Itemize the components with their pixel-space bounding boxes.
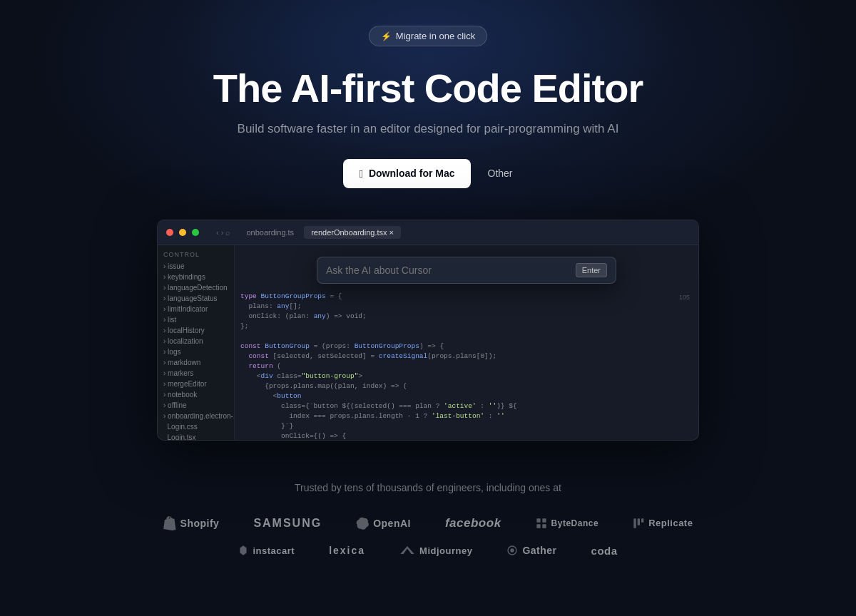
openai-logo: OpenAI [356, 517, 411, 530]
svg-rect-3 [542, 524, 546, 528]
bytedance-logo: ByteDance [536, 518, 599, 529]
facebook-label: facebook [445, 516, 501, 530]
tree-item[interactable]: › mergeEditor [158, 379, 234, 389]
svg-rect-2 [536, 524, 540, 528]
file-tree: CONTROL › issue › keybindings › language… [158, 245, 235, 440]
nav-arrows: ‹ › ⌕ [216, 228, 230, 237]
code-content: type ButtonGroupProps = { plans: any[]; … [235, 292, 698, 440]
code-line: onClick: (plan: any) => void; [240, 312, 693, 322]
code-line: }`} [240, 421, 693, 431]
tree-item[interactable]: › languageStatus [158, 293, 234, 304]
instacart-logo: instacart [238, 545, 295, 556]
shopify-logo: Shopify [163, 516, 220, 530]
code-line: onClick={() => { [240, 431, 693, 440]
editor-tabs: ‹ › ⌕ onboarding.ts renderOnboarding.tsx… [216, 226, 401, 239]
openai-label: OpenAI [373, 518, 411, 529]
trusted-section: Trusted by tens of thousands of engineer… [0, 482, 856, 571]
tab-onboarding-ts[interactable]: onboarding.ts [239, 226, 301, 239]
gather-logo: Gather [506, 545, 556, 556]
tree-item[interactable]: › onboarding.electron-... [158, 411, 234, 421]
shopify-label: Shopify [180, 518, 220, 529]
code-line: <div class="button-group"> [240, 371, 693, 381]
midjourney-logo: Midjourney [399, 545, 472, 556]
close-dot[interactable] [166, 229, 173, 236]
code-line: return ( [240, 361, 693, 371]
samsung-logo: SAMSUNG [253, 517, 322, 530]
migrate-badge[interactable]: ⚡ Migrate in one click [369, 26, 487, 46]
code-line: }; [240, 322, 693, 332]
svg-rect-6 [641, 518, 643, 522]
enter-label: Enter [582, 266, 601, 274]
tree-item[interactable]: Login.css [158, 421, 234, 432]
tree-item[interactable]: › markdown [158, 357, 234, 368]
code-line: const ButtonGroup = (props: ButtonGroupP… [240, 342, 693, 351]
coda-label: coda [591, 545, 618, 557]
tree-item[interactable]: › offline [158, 400, 234, 411]
tree-header: CONTROL [158, 250, 234, 261]
lightning-icon: ⚡ [381, 31, 392, 41]
minimize-dot[interactable] [179, 229, 186, 236]
code-line: type ButtonGroupProps = { [240, 292, 693, 302]
midjourney-label: Midjourney [419, 545, 472, 556]
svg-rect-1 [542, 518, 546, 522]
logos-row-2: instacart lexica Midjourney Gather [238, 545, 617, 557]
replicate-label: Replicate [648, 518, 693, 528]
gather-label: Gather [522, 545, 556, 556]
tab-render-onboarding[interactable]: renderOnboarding.tsx × [304, 226, 401, 239]
svg-point-7 [511, 548, 514, 552]
tree-item[interactable]: Login.tsx [158, 432, 234, 440]
code-line: plans: any[]; [240, 302, 693, 312]
trusted-text: Trusted by tens of thousands of engineer… [295, 482, 561, 493]
editor-body: CONTROL › issue › keybindings › language… [158, 245, 698, 440]
ai-enter-button[interactable]: Enter [576, 263, 607, 277]
tree-item[interactable]: › localHistory [158, 325, 234, 336]
svg-rect-0 [536, 518, 540, 522]
facebook-logo: facebook [445, 516, 501, 530]
other-label: Other [488, 168, 513, 179]
code-line: class={`button ${(selected() === plan ? … [240, 401, 693, 411]
samsung-label: SAMSUNG [253, 517, 322, 530]
line-number: 105 [679, 294, 690, 301]
instacart-label: instacart [253, 545, 295, 556]
tree-item[interactable]: › limitIndicator [158, 304, 234, 314]
ai-search-bar: Enter [317, 257, 616, 284]
tree-item[interactable]: › languageDetection [158, 282, 234, 293]
editor-titlebar: ‹ › ⌕ onboarding.ts renderOnboarding.tsx… [158, 220, 698, 245]
code-line: {props.plans.map((plan, index) => ( [240, 381, 693, 391]
editor-window: ‹ › ⌕ onboarding.ts renderOnboarding.tsx… [157, 220, 699, 441]
code-line: index === props.plans.length - 1 ? 'last… [240, 411, 693, 421]
replicate-logo: Replicate [633, 518, 693, 529]
cta-group:  Download for Mac Other [343, 159, 512, 188]
bytedance-label: ByteDance [551, 518, 599, 528]
hero-title: The AI-first Code Editor [213, 66, 643, 111]
tree-item[interactable]: › localization [158, 336, 234, 346]
lexica-label: lexica [329, 545, 365, 556]
maximize-dot[interactable] [192, 229, 199, 236]
code-line [240, 332, 693, 342]
svg-rect-4 [633, 518, 636, 528]
logos-row-1: Shopify SAMSUNG OpenAI facebook [163, 516, 693, 530]
ai-search-input[interactable] [326, 265, 570, 276]
tree-item[interactable]: › keybindings [158, 272, 234, 282]
tree-item[interactable]: › notebook [158, 389, 234, 400]
tree-item[interactable]: › markers [158, 368, 234, 379]
apple-icon:  [359, 168, 362, 180]
tree-item[interactable]: › logs [158, 346, 234, 357]
code-line: const [selected, setSelected] = createSi… [240, 351, 693, 361]
coda-logo: coda [591, 545, 618, 557]
page-content: ⚡ Migrate in one click The AI-first Code… [0, 0, 856, 571]
download-button[interactable]:  Download for Mac [343, 159, 470, 188]
badge-label: Migrate in one click [396, 31, 475, 41]
code-area: Enter type ButtonGroupProps = { plans: a… [235, 245, 698, 440]
hero-subtitle: Build software faster in an editor desig… [238, 122, 619, 136]
svg-rect-5 [638, 518, 640, 525]
lexica-logo: lexica [329, 545, 365, 556]
download-label: Download for Mac [369, 168, 455, 179]
code-line: <button [240, 391, 693, 401]
other-button[interactable]: Other [488, 168, 513, 179]
tree-item[interactable]: › issue [158, 261, 234, 272]
tree-item[interactable]: › list [158, 314, 234, 325]
